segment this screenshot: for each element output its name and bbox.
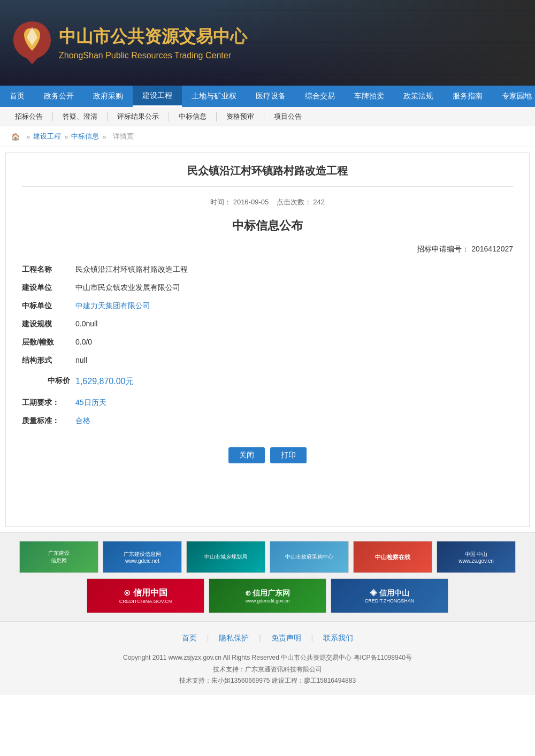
- footer-divider-1: |: [207, 633, 211, 642]
- subnav-qualification[interactable]: 资格预审: [217, 112, 264, 121]
- value-project-name: 民众镇沿江村环镇路村路改造工程: [75, 265, 513, 274]
- value-winning-unit[interactable]: 中建力天集团有限公司: [75, 301, 513, 311]
- subnav-qa[interactable]: 答疑、澄清: [53, 112, 108, 121]
- header-room-background: [214, 0, 535, 86]
- field-project-name: 工程名称 民众镇沿江村环镇路村路改造工程: [22, 265, 513, 274]
- logo-area: 中山市公共资源交易中心 ZhongShan Public Resources T…: [0, 19, 247, 67]
- field-duration: 工期要求： 45日历天: [22, 398, 513, 408]
- breadcrumb-construction[interactable]: 建设工程: [33, 132, 61, 141]
- subnav-bid-notice[interactable]: 招标公告: [5, 112, 53, 121]
- value-construction-scale: 0.0null: [75, 319, 513, 328]
- meta-info: 时间： 2016-09-05 点击次数： 242: [22, 197, 513, 207]
- main-content: 民众镇沿江村环镇路村路改造工程 时间： 2016-09-05 点击次数： 242…: [5, 152, 530, 527]
- footer-link-home[interactable]: 首页: [182, 633, 197, 642]
- clicks-value: 242: [313, 198, 325, 206]
- nav-comprehensive[interactable]: 综合交易: [295, 86, 345, 107]
- field-structure-type: 结构形式 null: [22, 356, 513, 365]
- print-button[interactable]: 打印: [270, 447, 307, 463]
- label-duration: 工期要求：: [22, 398, 75, 408]
- nav-construction[interactable]: 建设工程: [133, 86, 182, 107]
- bid-number: 招标申请编号： 2016412027: [22, 245, 513, 254]
- nav-medical[interactable]: 医疗设备: [246, 86, 295, 107]
- bid-number-label: 招标申请编号：: [417, 245, 469, 253]
- footer-link-disclaimer[interactable]: 免责声明: [271, 633, 301, 642]
- breadcrumb-separator-1: »: [26, 133, 30, 141]
- label-price: 中标价: [22, 376, 75, 386]
- footer-copyright: Copyright 2011 www.zsjyzx.gov.cn All Rig…: [0, 650, 535, 690]
- field-quality: 质量标准： 合格: [22, 416, 513, 426]
- subnav-evaluation[interactable]: 评标结果公示: [108, 112, 169, 121]
- footer-divider-2: |: [259, 633, 263, 642]
- value-duration: 45日历天: [75, 398, 513, 408]
- time-label: 时间：: [210, 198, 231, 206]
- label-construction-scale: 建设规模: [22, 319, 75, 329]
- field-winning-unit: 中标单位 中建力天集团有限公司: [22, 301, 513, 311]
- nav-plate-auction[interactable]: 车牌拍卖: [345, 86, 394, 107]
- banner-item-5[interactable]: 中山检察在线: [353, 541, 432, 573]
- label-construction-unit: 建设单位: [22, 283, 75, 293]
- footer-bottom: 首页 | 隐私保护 | 免责声明 | 联系我们 Copyright 2011 w…: [0, 621, 535, 695]
- banner-item-4[interactable]: 中山市政府采购中心: [270, 541, 349, 573]
- value-floors: 0.0/0: [75, 338, 513, 346]
- banner-item-2[interactable]: 广东建设信息网www.gdcic.net: [103, 541, 182, 573]
- field-construction-unit: 建设单位 中山市民众镇农业发展有限公司: [22, 283, 513, 293]
- home-icon[interactable]: 🏠: [11, 133, 20, 141]
- field-price: 中标价 1,629,870.00元: [22, 376, 513, 387]
- nav-policy[interactable]: 政策法规: [394, 86, 443, 107]
- logo-icon: [11, 19, 54, 67]
- label-floors: 层数/幢数: [22, 338, 75, 347]
- nav-expert[interactable]: 专家园地: [492, 86, 535, 107]
- nav-land-minerals[interactable]: 土地与矿业权: [182, 86, 246, 107]
- breadcrumb-detail: 详情页: [113, 132, 134, 141]
- banner-row-1: 广东建设信息网 广东建设信息网www.gdcic.net 中山市城乡规划局 中山…: [5, 541, 530, 573]
- breadcrumb-separator-2: »: [64, 133, 68, 141]
- bid-number-value: 2016412027: [471, 245, 513, 253]
- footer-link-contact[interactable]: 联系我们: [323, 633, 353, 642]
- subnav-project-notice[interactable]: 项目公告: [264, 112, 311, 121]
- footer-link-privacy[interactable]: 隐私保护: [219, 633, 249, 642]
- banner-credit-guangdong[interactable]: ⊕ 信用广东网 www.gderedit.gov.cn: [209, 578, 326, 613]
- section-title: 中标信息公布: [22, 218, 513, 234]
- tech-support-2: 技术支持：朱小姐13560669975 建设工程：廖工15816494883: [3, 675, 532, 687]
- page-title: 民众镇沿江村环镇路村路改造工程: [22, 164, 513, 187]
- sub-navigation: 招标公告 答疑、澄清 评标结果公示 中标信息 资格预审 项目公告: [0, 107, 535, 126]
- breadcrumb: 🏠 » 建设工程 » 中标信息 » 详情页: [0, 126, 535, 147]
- header: 中山市公共资源交易中心 ZhongShan Public Resources T…: [0, 0, 535, 86]
- value-structure-type: null: [75, 356, 513, 364]
- label-quality: 质量标准：: [22, 416, 75, 426]
- copyright-text: Copyright 2011 www.zsjyzx.gov.cn All Rig…: [3, 652, 532, 664]
- field-construction-scale: 建设规模 0.0null: [22, 319, 513, 329]
- nav-government-procurement[interactable]: 政府采购: [83, 86, 133, 107]
- value-construction-unit: 中山市民众镇农业发展有限公司: [75, 283, 513, 293]
- value-quality: 合格: [75, 416, 513, 426]
- tech-support-1: 技术支持：广东京通资讯科技有限公司: [3, 664, 532, 676]
- field-floors: 层数/幢数 0.0/0: [22, 338, 513, 347]
- banner-row-2: ⊙ 信用中国 CREDITCHINA.GOV.CN ⊕ 信用广东网 www.gd…: [5, 578, 530, 613]
- footer-banners: 广东建设信息网 广东建设信息网www.gdcic.net 中山市城乡规划局 中山…: [0, 532, 535, 621]
- footer-links: 首页 | 隐私保护 | 免责声明 | 联系我们: [0, 627, 535, 650]
- banner-credit-china[interactable]: ⊙ 信用中国 CREDITCHINA.GOV.CN: [87, 578, 204, 613]
- subnav-winning-bid[interactable]: 中标信息: [169, 112, 217, 121]
- info-table: 工程名称 民众镇沿江村环镇路村路改造工程 建设单位 中山市民众镇农业发展有限公司…: [22, 265, 513, 365]
- time-value: 2016-09-05: [233, 198, 269, 206]
- breadcrumb-winning-bid-info[interactable]: 中标信息: [71, 132, 99, 141]
- label-project-name: 工程名称: [22, 265, 75, 274]
- banner-item-6[interactable]: 中国·中山www.zs.gov.cn: [437, 541, 516, 573]
- clicks-label: 点击次数：: [277, 198, 311, 206]
- label-winning-unit: 中标单位: [22, 301, 75, 311]
- banner-item-1[interactable]: 广东建设信息网: [19, 541, 98, 573]
- main-navigation: 首页 政务公开 政府采购 建设工程 土地与矿业权 医疗设备 综合交易 车牌拍卖 …: [0, 86, 535, 107]
- breadcrumb-separator-3: »: [102, 133, 106, 141]
- label-structure-type: 结构形式: [22, 356, 75, 365]
- button-area: 关闭 打印: [22, 447, 513, 463]
- nav-government-affairs[interactable]: 政务公开: [34, 86, 83, 107]
- footer-divider-3: |: [311, 633, 316, 642]
- banner-credit-zhongshan[interactable]: ◈ 信用中山 CREDIT.ZHONGSHAN: [331, 578, 448, 613]
- nav-service[interactable]: 服务指南: [443, 86, 492, 107]
- value-price: 1,629,870.00元: [75, 376, 513, 387]
- close-button[interactable]: 关闭: [228, 447, 265, 463]
- banner-item-3[interactable]: 中山市城乡规划局: [186, 541, 265, 573]
- nav-home[interactable]: 首页: [0, 86, 34, 107]
